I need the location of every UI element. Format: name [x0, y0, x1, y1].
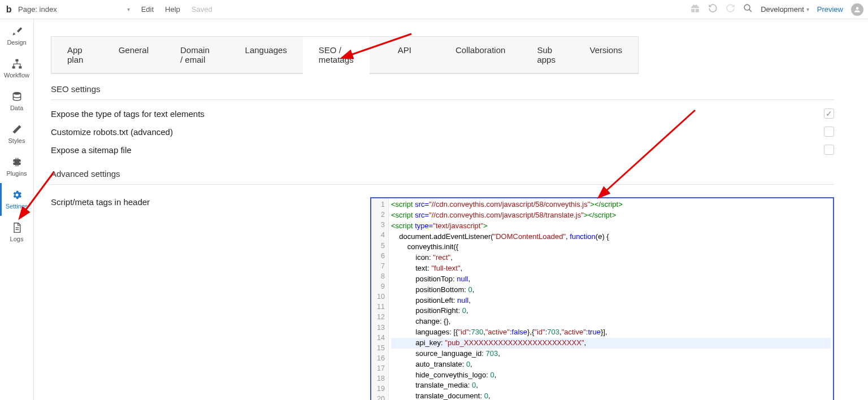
menu-edit[interactable]: Edit	[141, 5, 154, 14]
tab-app-plan[interactable]: App plan	[51, 37, 103, 73]
svg-point-6	[13, 92, 20, 95]
sidebar: Design Workflow Data Styles Plugins Sett…	[0, 19, 34, 400]
bubble-logo-icon: b	[5, 5, 15, 15]
preview-button[interactable]: Preview	[817, 5, 843, 14]
tab-domain-email[interactable]: Domain / email	[164, 37, 229, 73]
sidebar-item-label: Logs	[10, 236, 24, 242]
save-status: Saved	[192, 5, 212, 14]
main-panel: App plan General Domain / email Language…	[34, 19, 868, 400]
settings-tabs: App plan General Domain / email Language…	[51, 36, 639, 74]
sidebar-item-logs[interactable]: Logs	[0, 216, 33, 249]
sidebar-item-plugins[interactable]: Plugins	[0, 150, 33, 183]
setting-expose-sitemap: Expose a sitemap file	[51, 141, 834, 159]
page-selector-label: Page: index	[18, 5, 57, 14]
design-icon	[11, 25, 23, 37]
avatar[interactable]	[851, 3, 863, 16]
search-icon[interactable]	[743, 3, 753, 15]
top-right: Development ▾ Preview	[690, 3, 863, 16]
setting-label: Expose the type of tags for text element…	[51, 109, 205, 119]
environment-label: Development	[761, 5, 804, 14]
tab-languages[interactable]: Languages	[229, 37, 303, 73]
top-menu: Edit Help Saved	[141, 5, 212, 14]
setting-label: Customize robots.txt (advanced)	[51, 127, 173, 137]
sidebar-item-label: Workflow	[4, 72, 29, 79]
svg-rect-3	[15, 59, 18, 62]
tab-general[interactable]: General	[103, 37, 164, 73]
sidebar-item-workflow[interactable]: Workflow	[0, 52, 33, 85]
svg-rect-5	[19, 66, 21, 68]
setting-label: Expose a sitemap file	[51, 145, 132, 155]
tab-sub-apps[interactable]: Sub apps	[521, 37, 574, 73]
redo-icon[interactable]	[726, 3, 735, 15]
sidebar-item-label: Data	[10, 105, 23, 111]
sidebar-item-data[interactable]: Data	[0, 85, 33, 118]
setting-expose-tag-type: Expose the type of tags for text element…	[51, 105, 834, 123]
sidebar-item-label: Design	[7, 39, 26, 46]
plugins-icon	[11, 156, 23, 168]
code-gutter: 123456789101112131415161718192021	[371, 198, 389, 400]
script-header-row: Script/meta tags in header 1234567891011…	[51, 197, 834, 400]
top-bar: b Page: index ▾ Edit Help Saved Developm…	[0, 0, 868, 19]
svg-point-1	[744, 5, 750, 10]
undo-icon[interactable]	[708, 3, 718, 15]
sidebar-item-label: Styles	[8, 137, 25, 144]
sidebar-item-label: Settings	[6, 203, 28, 210]
svg-rect-4	[12, 66, 15, 68]
page-selector[interactable]: Page: index ▾	[18, 5, 130, 14]
menu-help[interactable]: Help	[165, 5, 180, 14]
checkbox-sitemap[interactable]	[824, 145, 834, 155]
svg-text:b: b	[6, 5, 12, 14]
sidebar-item-styles[interactable]: Styles	[0, 118, 33, 150]
seo-settings-heading: SEO settings	[51, 84, 834, 100]
sidebar-item-label: Plugins	[6, 170, 27, 177]
workflow-icon	[11, 58, 23, 69]
checkbox-robots[interactable]	[824, 127, 834, 137]
gear-icon	[11, 189, 23, 201]
code-content[interactable]: <script src="//cdn.conveythis.com/javasc…	[389, 198, 833, 400]
script-header-label: Script/meta tags in header	[51, 197, 370, 207]
logs-icon	[11, 222, 23, 233]
advanced-settings-heading: Advanced settings	[51, 169, 834, 185]
svg-line-2	[749, 10, 752, 12]
tab-collaboration[interactable]: Collaboration	[440, 37, 521, 73]
caret-down-icon: ▾	[127, 6, 130, 12]
gift-icon[interactable]	[690, 3, 700, 16]
active-marker	[0, 183, 2, 216]
caret-down-icon: ▾	[806, 6, 809, 12]
environment-selector[interactable]: Development ▾	[761, 5, 809, 14]
tab-versions[interactable]: Versions	[574, 37, 638, 73]
sidebar-item-design[interactable]: Design	[0, 19, 33, 52]
styles-icon	[11, 124, 23, 135]
sidebar-item-settings[interactable]: Settings	[0, 183, 33, 216]
data-icon	[11, 91, 23, 102]
setting-robots-txt: Customize robots.txt (advanced)	[51, 123, 834, 141]
script-header-editor[interactable]: 123456789101112131415161718192021 <scrip…	[370, 197, 834, 400]
tab-seo-metatags[interactable]: SEO / metatags	[303, 37, 370, 74]
tab-api[interactable]: API	[370, 37, 440, 73]
checkbox-expose-tags[interactable]: ✓	[824, 108, 834, 119]
